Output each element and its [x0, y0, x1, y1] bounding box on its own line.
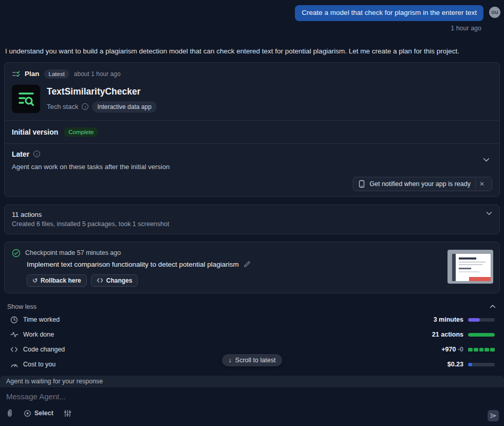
- arrow-down-icon: ↓: [229, 357, 232, 364]
- stat-value: +970 -0: [441, 346, 463, 353]
- gauge-icon: [10, 361, 18, 367]
- settings-sliders-button[interactable]: [64, 410, 71, 417]
- actions-count: 11 actions: [12, 211, 492, 218]
- clock-icon: [10, 316, 18, 324]
- stat-label: Time worked: [23, 316, 60, 323]
- target-icon: [24, 410, 31, 417]
- composer-toolbar: Select: [0, 407, 504, 417]
- checkpoint-card: Checkpoint made 57 minutes ago Implement…: [4, 242, 500, 293]
- text-search-icon: [12, 85, 40, 113]
- chevron-down-icon[interactable]: [486, 211, 492, 216]
- chevron-up-icon[interactable]: [490, 304, 496, 309]
- later-description: Agent can work on these tasks after the …: [12, 163, 492, 171]
- close-icon[interactable]: ✕: [475, 180, 488, 188]
- notify-toast-text: Get notified when your app is ready: [369, 180, 471, 188]
- notify-toast[interactable]: Get notified when your app is ready ✕: [353, 177, 492, 191]
- plan-card: Plan Latest about 1 hour ago TextSimilar…: [4, 62, 500, 197]
- scroll-to-latest-button[interactable]: ↓ Scroll to latest: [222, 354, 283, 366]
- user-message-bubble: Create a model that check for plagrism i…: [295, 5, 483, 21]
- checkpoint-title: Implement text comparison functionality …: [27, 261, 239, 268]
- stat-value: 21 actions: [432, 331, 463, 338]
- message-timestamp: 1 hour ago: [5, 25, 500, 32]
- plan-title: Plan: [25, 70, 40, 78]
- changes-button[interactable]: Changes: [91, 274, 138, 287]
- send-button[interactable]: [488, 410, 499, 421]
- stat-value: $0.23: [447, 361, 463, 368]
- stat-label: Code changed: [23, 346, 65, 353]
- select-element-button[interactable]: Select: [24, 410, 53, 417]
- stat-label: Work done: [23, 331, 54, 338]
- checkpoint-check-icon: [12, 249, 21, 257]
- latest-badge: Latest: [44, 69, 69, 79]
- tech-stack-label: Tech stack: [47, 103, 78, 110]
- initial-version-label: Initial version: [12, 128, 58, 136]
- info-icon[interactable]: i: [33, 151, 40, 157]
- stat-bar-segmented: [468, 348, 495, 351]
- code-icon: [97, 277, 103, 283]
- rollback-icon: ↺: [32, 277, 38, 284]
- checkpoint-screenshot-thumbnail[interactable]: [447, 250, 493, 284]
- attach-button[interactable]: [6, 409, 13, 417]
- later-label: Later: [12, 150, 29, 158]
- phone-icon: [359, 180, 365, 188]
- show-less-toggle[interactable]: Show less: [0, 300, 504, 312]
- checkpoint-made-text: Checkpoint made 57 minutes ago: [25, 249, 121, 256]
- stat-value: 3 minutes: [434, 316, 463, 323]
- agent-intro-text: I understand you want to build a plagiar…: [5, 47, 499, 55]
- message-input[interactable]: [6, 392, 498, 405]
- rollback-button[interactable]: ↺ Rollback here: [27, 274, 87, 287]
- plan-timestamp: about 1 hour ago: [74, 70, 121, 78]
- stat-bar: [468, 333, 495, 337]
- stat-row: Work done21 actions: [0, 327, 504, 342]
- edit-pencil-icon[interactable]: [244, 261, 251, 268]
- user-avatar: GU: [489, 7, 500, 18]
- stat-bar: [468, 318, 495, 322]
- code-icon: [10, 346, 18, 353]
- complete-badge: Complete: [64, 127, 98, 137]
- activity-icon: [10, 331, 18, 338]
- plan-checklist-icon: [12, 70, 20, 78]
- info-icon[interactable]: i: [82, 103, 88, 110]
- app-name: TextSimilarityChecker: [47, 86, 157, 97]
- stat-bar: [468, 363, 495, 366]
- stat-label: Cost to you: [23, 361, 55, 368]
- composer: Agent is waiting for your response Selec…: [0, 376, 504, 426]
- chat-top: Create a model that check for plagrism i…: [0, 0, 504, 32]
- actions-summary-card[interactable]: 11 actions Created 6 files, installed 5 …: [4, 205, 500, 234]
- tech-stack-badge[interactable]: Interactive data app: [92, 101, 156, 113]
- actions-subtitle: Created 6 files, installed 5 packages, t…: [12, 220, 492, 228]
- stat-row: Time worked3 minutes: [0, 312, 504, 327]
- agent-status-bar: Agent is waiting for your response: [0, 376, 504, 387]
- chevron-down-icon[interactable]: [483, 157, 490, 162]
